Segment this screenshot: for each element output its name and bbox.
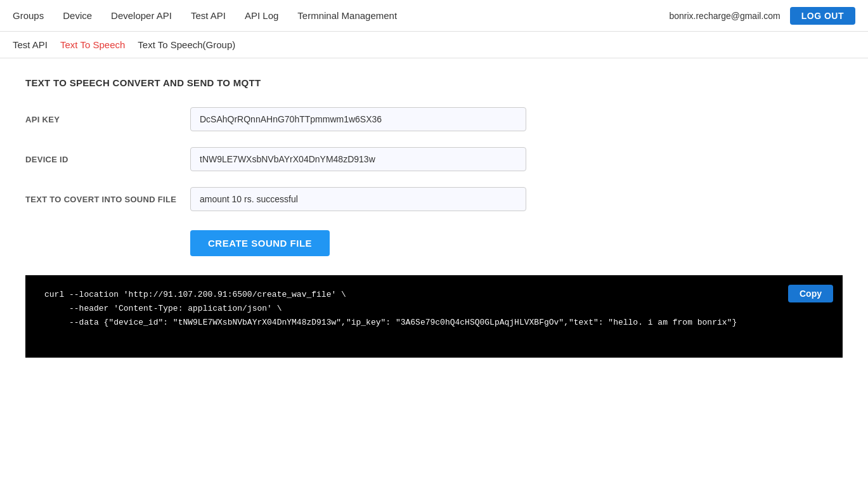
- user-email: bonrix.recharge@gmail.com: [669, 11, 780, 21]
- main-content: TEXT TO SPEECH CONVERT AND SEND TO MQTT …: [0, 58, 868, 377]
- top-nav: Groups Device Developer API Test API API…: [0, 0, 868, 32]
- code-text: curl --location 'http://91.107.200.91:65…: [44, 288, 824, 330]
- text-to-convert-group: TEXT TO COVERT INTO SOUND FILE: [25, 187, 843, 211]
- sub-nav-test-api[interactable]: Test API: [13, 39, 48, 50]
- device-id-label: DEVICE ID: [25, 155, 190, 164]
- nav-api-log[interactable]: API Log: [245, 10, 278, 21]
- api-key-input[interactable]: [190, 107, 526, 131]
- nav-groups[interactable]: Groups: [13, 10, 44, 21]
- text-to-convert-label: TEXT TO COVERT INTO SOUND FILE: [25, 195, 190, 204]
- sub-nav: Test API Text To Speech Text To Speech(G…: [0, 32, 868, 58]
- copy-button[interactable]: Copy: [788, 285, 833, 302]
- nav-device[interactable]: Device: [63, 10, 92, 21]
- nav-developer-api[interactable]: Developer API: [111, 10, 172, 21]
- nav-links: Groups Device Developer API Test API API…: [13, 10, 397, 21]
- device-id-group: DEVICE ID: [25, 147, 843, 171]
- nav-terminal-management[interactable]: Termninal Management: [297, 10, 397, 21]
- create-sound-file-button[interactable]: CREATE SOUND FILE: [190, 230, 330, 256]
- text-to-convert-input[interactable]: [190, 187, 526, 211]
- logout-button[interactable]: LOG OUT: [790, 7, 855, 25]
- sub-nav-text-to-speech-group[interactable]: Text To Speech(Group): [138, 39, 235, 50]
- section-title: TEXT TO SPEECH CONVERT AND SEND TO MQTT: [25, 77, 843, 88]
- nav-test-api[interactable]: Test API: [191, 10, 226, 21]
- sub-nav-text-to-speech[interactable]: Text To Speech: [60, 39, 125, 50]
- api-key-group: API KEY: [25, 107, 843, 131]
- code-section: Copy curl --location 'http://91.107.200.…: [25, 275, 843, 358]
- nav-right: bonrix.recharge@gmail.com LOG OUT: [669, 7, 855, 25]
- api-key-label: API KEY: [25, 115, 190, 124]
- device-id-input[interactable]: [190, 147, 526, 171]
